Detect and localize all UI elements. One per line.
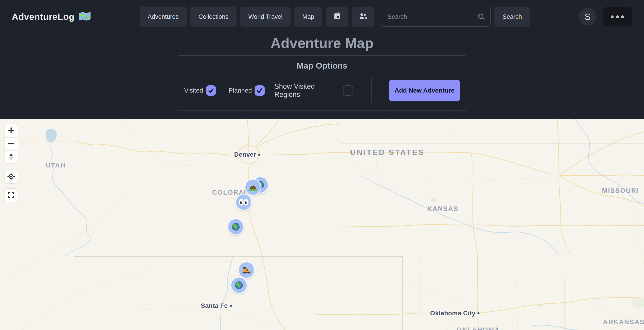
planned-label: Planned — [228, 87, 252, 94]
plus-icon — [8, 127, 14, 134]
nav-map[interactable]: Map — [294, 6, 322, 27]
logo-text: AdventureLog — [12, 12, 74, 22]
map-canvas[interactable]: UNITED STATESUTAHCOLORADOKANSASMISSOURIA… — [0, 119, 644, 330]
nav-world-travel[interactable]: World Travel — [240, 6, 290, 27]
users-icon — [359, 13, 367, 21]
map-label-utah: UTAH — [46, 162, 66, 169]
city-dot — [478, 312, 480, 314]
marker-globe[interactable] — [228, 219, 244, 234]
search-button[interactable]: Search — [494, 6, 530, 27]
avatar[interactable]: S — [579, 8, 596, 26]
map-options-row: Visited Planned Show Visited Regions Add… — [184, 78, 460, 103]
map-label-oklahoma-city: Oklahoma City — [430, 310, 480, 317]
zoom-in-button[interactable] — [4, 124, 18, 137]
basemap-graphics — [0, 119, 644, 330]
map-label-missouri: MISSOURI — [602, 187, 639, 194]
map-controls — [4, 124, 18, 202]
map-label-denver: Denver — [234, 151, 260, 158]
options-divider — [371, 78, 372, 103]
nav-adventures[interactable]: Adventures — [140, 6, 187, 27]
navbar: AdventureLog Adventures Collections Worl… — [0, 0, 644, 34]
page-title: Adventure Map — [0, 35, 644, 51]
geolocate-button[interactable] — [4, 170, 18, 184]
map-label-arkansas: ARKANSAS — [603, 318, 644, 326]
city-dot — [258, 154, 260, 156]
map-label-united-states: UNITED STATES — [350, 148, 425, 157]
city-dot — [230, 305, 232, 307]
marker-eyes[interactable] — [236, 194, 252, 210]
search-icon — [477, 13, 486, 22]
marker-globe[interactable] — [231, 278, 247, 293]
show-regions-label: Show Visited Regions — [274, 82, 340, 99]
users-button[interactable] — [352, 6, 374, 27]
world-map-icon — [78, 11, 91, 22]
planned-checkbox[interactable] — [254, 85, 265, 96]
geolocate-icon — [7, 172, 15, 181]
calendar-icon — [334, 12, 340, 21]
zoom-out-button[interactable] — [4, 137, 18, 150]
nav-collections[interactable]: Collections — [190, 6, 236, 27]
avatar-initial: S — [585, 12, 591, 22]
search-input[interactable] — [381, 7, 491, 27]
pitch-arrows-icon — [8, 153, 14, 162]
logo[interactable]: AdventureLog — [12, 11, 91, 22]
ellipsis-icon — [611, 16, 624, 18]
fullscreen-button[interactable] — [4, 188, 18, 202]
map-label-oklahoma: OKLAHOMA — [457, 326, 500, 330]
calendar-button[interactable] — [326, 6, 348, 27]
marker-hiking-boot[interactable] — [239, 262, 254, 278]
show-regions-checkbox[interactable] — [343, 85, 353, 96]
map-options-title: Map Options — [184, 61, 460, 70]
search-area — [381, 7, 491, 27]
minus-icon — [8, 140, 14, 148]
map-label-santa-fe: Santa Fe — [201, 302, 232, 310]
zoom-control-group — [4, 124, 18, 164]
add-new-adventure-button[interactable]: Add New Adventure — [389, 80, 460, 102]
more-menu-button[interactable] — [603, 7, 632, 26]
navbar-right: S — [579, 7, 632, 26]
map-label-kansas: KANSAS — [427, 205, 458, 212]
visited-checkbox[interactable] — [206, 85, 216, 96]
map-options-card: Map Options Visited Planned Show Visited… — [176, 55, 468, 111]
marker-national-park[interactable] — [245, 180, 261, 195]
visited-label: Visited — [184, 87, 203, 94]
fullscreen-icon — [7, 191, 15, 200]
pitch-toggle-button[interactable] — [4, 150, 18, 164]
main-nav: Adventures Collections World Travel Map — [140, 6, 530, 27]
map-header: Adventure Map Map Options Visited Planne… — [0, 35, 644, 119]
